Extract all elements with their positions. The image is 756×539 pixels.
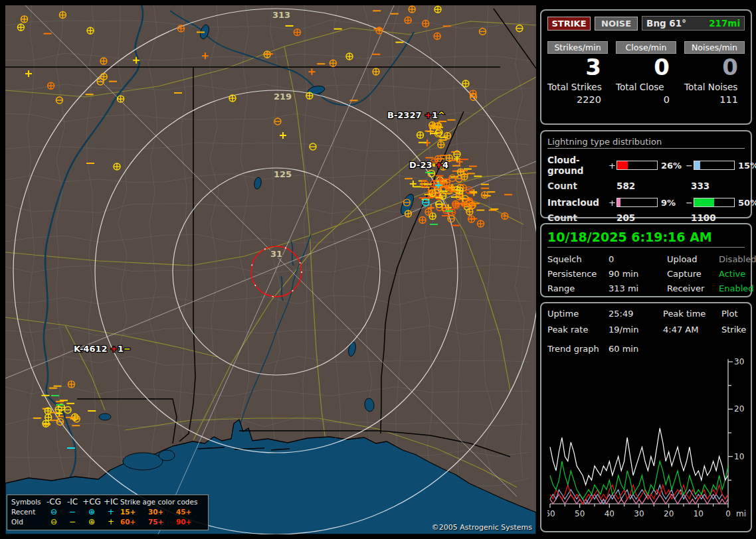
minus-icon: − <box>63 517 82 527</box>
squelch-value: 0 <box>609 254 667 264</box>
total-close-label: Total Close <box>616 80 676 92</box>
strikes-rate-value: 3 <box>547 54 608 80</box>
legend-col-pcg: +CG <box>82 497 102 507</box>
svg-text:219: 219 <box>274 92 292 102</box>
circle-plus-icon: ⊕ <box>82 507 102 517</box>
close-rate-value: 0 <box>616 54 676 80</box>
svg-text:313: 313 <box>272 10 290 20</box>
receiver-label: Receiver <box>667 283 719 293</box>
cg-pos-pct: 26% <box>658 161 686 171</box>
capture-label: Capture <box>667 269 719 279</box>
range-label: Range <box>547 283 609 293</box>
legend-col-ncg: -CG <box>45 497 63 507</box>
total-strikes-label: Total Strikes <box>547 80 608 92</box>
close-per-min-button[interactable]: Close/min <box>616 41 676 54</box>
intracloud-label: Intracloud <box>547 197 609 208</box>
svg-text:K-4612 +1−: K-4612 +1− <box>74 344 131 354</box>
svg-text:20: 20 <box>734 404 744 414</box>
plot-mode-value: Strike <box>721 325 746 335</box>
squelch-label: Squelch <box>547 254 609 264</box>
counters-panel: STRIKE NOISE Bng 61° 217mi Strikes/min C… <box>540 9 752 125</box>
copyright-text: ©2005 Astrogenic Systems <box>432 523 532 532</box>
noises-per-min-button[interactable]: Noises/min <box>684 41 745 54</box>
ic-pos-bar <box>616 198 658 207</box>
trend-graph-value: 60 min <box>609 344 745 354</box>
age-code-60: 60+ <box>120 517 148 527</box>
cg-neg-pct: 15% <box>735 161 756 171</box>
symbol-legend: Symbols -CG -IC +CG +IC Strike age color… <box>7 495 209 530</box>
total-noises-value: 111 <box>684 92 745 105</box>
minus-sign: − <box>686 198 694 208</box>
range-value: 313 mi <box>609 283 667 293</box>
cloud-ground-label: Cloud-ground <box>547 155 609 176</box>
persistence-label: Persistence <box>547 269 609 279</box>
receiver-status: Enabled <box>719 283 756 293</box>
age-code-90: 90+ <box>176 517 204 527</box>
plus-icon: + <box>102 507 120 517</box>
svg-text:20: 20 <box>664 509 674 518</box>
total-close-value: 0 <box>616 92 676 105</box>
strikes-per-min-button[interactable]: Strikes/min <box>547 41 608 54</box>
svg-text:31: 31 <box>270 249 282 259</box>
svg-text:B-2327 +1^: B-2327 +1^ <box>387 110 445 120</box>
svg-text:40: 40 <box>605 509 614 518</box>
svg-text:30: 30 <box>734 357 744 366</box>
strike-mode-button[interactable]: STRIKE <box>547 17 591 31</box>
distribution-panel: Lightning type distribution Cloud-ground… <box>540 130 752 218</box>
circle-plus-icon: ⊕ <box>82 517 102 527</box>
count-label: Count <box>547 181 616 191</box>
bearing-distance: 217mi <box>709 18 740 29</box>
plus-sign: + <box>609 198 616 208</box>
total-strikes-value: 2220 <box>547 92 608 105</box>
total-noises-label: Total Noises <box>684 80 745 92</box>
legend-recent-label: Recent <box>11 507 45 517</box>
cg-pos-count: 582 <box>616 181 691 191</box>
peak-time-label: Peak time <box>663 309 721 319</box>
uptime-value: 25:49 <box>609 309 663 319</box>
bearing-label: Bng 61° <box>646 18 686 29</box>
age-code-15: 15+ <box>120 507 148 517</box>
ic-neg-count: 1100 <box>691 212 745 223</box>
capture-status: Active <box>719 269 756 279</box>
persistence-value: 90 min <box>609 269 667 279</box>
legend-col-pic: +IC <box>102 497 120 507</box>
trend-graph-label: Trend graph <box>547 344 609 354</box>
ic-neg-pct: 50% <box>735 198 756 208</box>
legend-symbols-label: Symbols <box>11 497 45 507</box>
svg-text:125: 125 <box>274 169 292 179</box>
plus-icon: + <box>102 517 120 527</box>
cg-neg-count: 333 <box>691 181 745 191</box>
svg-text:min: min <box>736 509 747 518</box>
svg-text:50: 50 <box>575 509 585 518</box>
plot-label: Plot <box>721 309 746 319</box>
svg-text:10: 10 <box>694 509 704 518</box>
status-panel: 10/18/2025 6:19:16 AM Squelch 0 Upload D… <box>540 223 752 297</box>
legend-col-nic: -IC <box>63 497 82 507</box>
peak-rate-label: Peak rate <box>547 325 609 335</box>
noises-rate-value: 0 <box>684 54 745 80</box>
count-label: Count <box>547 212 616 223</box>
circle-minus-icon: ⊖ <box>45 517 63 527</box>
upload-status: Disabled <box>719 254 756 264</box>
svg-text:60: 60 <box>547 509 555 518</box>
legend-age-title: Strike age color codes <box>120 497 204 507</box>
minus-icon: − <box>63 507 82 517</box>
upload-label: Upload <box>667 254 719 264</box>
uptime-label: Uptime <box>547 309 609 319</box>
circle-minus-icon: ⊖ <box>45 507 63 517</box>
lightning-map[interactable]: B-2327 +1^D-23 +4K-4612 +1− 31321912531 … <box>5 5 536 534</box>
noise-mode-button[interactable]: NOISE <box>595 17 638 31</box>
distribution-title: Lightning type distribution <box>547 137 745 149</box>
map-canvas: B-2327 +1^D-23 +4K-4612 +1− 31321912531 <box>5 5 536 534</box>
age-code-30: 30+ <box>148 507 176 517</box>
cg-neg-bar <box>694 161 735 170</box>
age-code-45: 45+ <box>176 507 204 517</box>
trend-graph-chart: 1020300102030405060min <box>547 355 747 526</box>
ic-pos-pct: 9% <box>658 198 686 208</box>
plus-sign: + <box>609 161 616 171</box>
legend-old-label: Old <box>11 517 45 527</box>
peak-rate-value: 19/min <box>609 325 663 335</box>
svg-text:30: 30 <box>634 509 644 518</box>
datetime-display: 10/18/2025 6:19:16 AM <box>547 230 745 248</box>
peak-time-value: 4:47 AM <box>663 325 721 335</box>
